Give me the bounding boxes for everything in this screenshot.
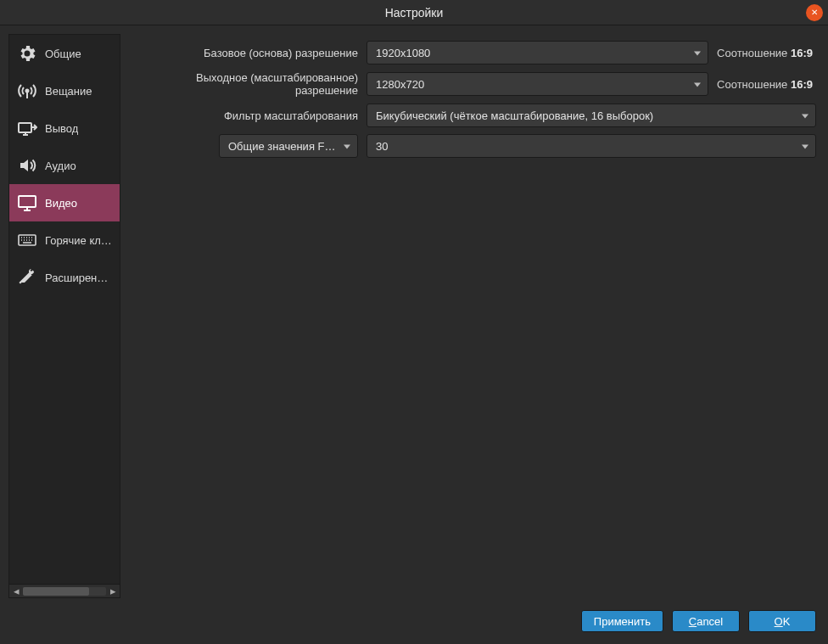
dialog-body: Общие Вещание Вывод Аудио [0, 25, 828, 607]
combo-value: Бикубический (чёткое масштабирование, 16… [376, 109, 653, 122]
ok-button[interactable]: OK [748, 610, 816, 632]
keyboard-icon [16, 229, 38, 251]
antenna-icon [16, 80, 38, 102]
combo-output-resolution[interactable]: 1280x720 [366, 72, 708, 96]
sidebar-item-stream[interactable]: Вещание [9, 72, 120, 109]
tools-icon [16, 266, 38, 288]
aspect-value: 16:9 [791, 47, 813, 59]
sidebar-item-label: Общие [45, 48, 81, 60]
close-icon[interactable] [806, 4, 823, 21]
combo-value: 30 [376, 140, 388, 153]
sidebar-scrollbar[interactable]: ◂ ▸ [9, 584, 120, 597]
button-label: Применить [594, 615, 651, 628]
cancel-button[interactable]: Cancel [672, 610, 740, 632]
sidebar-item-label: Вещание [45, 85, 92, 98]
sidebar-item-video[interactable]: Видео [9, 184, 120, 221]
output-icon [16, 117, 38, 139]
window-title: Настройки [385, 6, 444, 20]
sidebar-item-label: Аудио [45, 160, 76, 172]
combo-base-resolution[interactable]: 1920x1080 [366, 41, 708, 64]
sidebar-item-label: Расширенные [45, 272, 113, 284]
combo-value: 1280x720 [376, 78, 424, 91]
sidebar-item-audio[interactable]: Аудио [9, 147, 120, 184]
scroll-right-icon[interactable]: ▸ [108, 586, 118, 596]
combo-value: 1920x1080 [376, 47, 430, 59]
combo-fps-value[interactable]: 30 [366, 134, 816, 158]
row-base-resolution: Базовое (основа) разрешение 1920x1080 Со… [131, 41, 816, 64]
combo-value: Общие значения FPS [228, 140, 337, 153]
monitor-icon [16, 192, 38, 214]
aspect-value: 16:9 [791, 78, 813, 91]
sidebar-list: Общие Вещание Вывод Аудио [9, 35, 120, 584]
aspect-label: Соотношение [717, 78, 787, 91]
speaker-icon [16, 154, 38, 176]
label-downscale-filter: Фильтр масштабирования [131, 109, 358, 122]
titlebar: Настройки [0, 0, 828, 25]
aspect-output: Соотношение 16:9 [717, 78, 816, 91]
sidebar-item-hotkeys[interactable]: Горячие клавиши [9, 221, 120, 259]
combo-fps-type[interactable]: Общие значения FPS [219, 134, 358, 158]
row-output-resolution: Выходное (масштабированное) разрешение 1… [131, 71, 816, 97]
sidebar: Общие Вещание Вывод Аудио [8, 34, 120, 598]
button-label: Cancel [689, 615, 723, 628]
sidebar-item-general[interactable]: Общие [9, 35, 120, 72]
sidebar-item-label: Вывод [45, 122, 78, 135]
sidebar-item-advanced[interactable]: Расширенные [9, 259, 120, 296]
label-base-resolution: Базовое (основа) разрешение [131, 47, 358, 59]
scroll-thumb[interactable] [23, 587, 89, 596]
svg-rect-2 [19, 196, 36, 207]
button-label: OK [775, 615, 791, 628]
sidebar-item-label: Видео [45, 197, 77, 210]
svg-rect-1 [19, 123, 31, 132]
sidebar-item-label: Горячие клавиши [45, 234, 113, 247]
row-fps: Общие значения FPS 30 [131, 134, 816, 158]
dialog-footer: Применить Cancel OK [0, 607, 828, 644]
sidebar-item-output[interactable]: Вывод [9, 109, 120, 147]
apply-button[interactable]: Применить [581, 610, 663, 632]
aspect-base: Соотношение 16:9 [717, 47, 816, 59]
scroll-track[interactable] [23, 587, 106, 596]
row-downscale-filter: Фильтр масштабирования Бикубический (чёт… [131, 104, 816, 127]
settings-panel-video: Базовое (основа) разрешение 1920x1080 Со… [127, 34, 820, 598]
gear-icon [16, 42, 38, 64]
label-output-resolution: Выходное (масштабированное) разрешение [131, 71, 358, 97]
aspect-label: Соотношение [717, 47, 787, 59]
combo-downscale-filter[interactable]: Бикубический (чёткое масштабирование, 16… [366, 104, 816, 127]
scroll-left-icon[interactable]: ◂ [11, 586, 21, 596]
